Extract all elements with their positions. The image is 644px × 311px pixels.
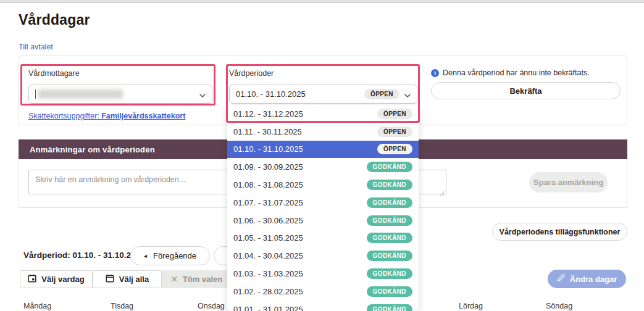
status-badge: GODKÄND xyxy=(367,180,412,190)
status-badge: GODKÄND xyxy=(367,304,412,311)
period-option[interactable]: 01.07. - 31.07.2025 GODKÄND xyxy=(227,194,419,212)
calendar-icon xyxy=(106,274,114,284)
weekday-header-saturday: Lördag xyxy=(459,302,483,310)
status-badge: GODKÄND xyxy=(367,268,412,279)
care-recipient-select[interactable] xyxy=(28,85,212,104)
vårddagar-page: Vårddagar Till avtalet Vårdmottagare Ska… xyxy=(0,0,644,311)
weekday-header-sunday: Söndag xyxy=(546,302,572,310)
period-option[interactable]: 01.02. - 28.02.2025 GODKÄND xyxy=(227,283,419,301)
chevron-down-icon xyxy=(404,89,411,100)
clear-selection-button[interactable]: ✕ Töm valen xyxy=(162,270,232,288)
page-title: Vårddagar xyxy=(19,12,90,28)
chevron-down-icon xyxy=(199,89,206,100)
edit-days-button[interactable]: Ändra dagar xyxy=(548,270,626,288)
period-option[interactable]: 01.04. - 30.04.2025 GODKÄND xyxy=(227,247,419,265)
status-badge: GODKÄND xyxy=(367,215,412,226)
weekday-header-wednesday: Onsdag xyxy=(198,302,225,310)
select-weekdays-button[interactable]: Välj vardag xyxy=(20,270,93,288)
care-recipient-label: Vårdmottagare xyxy=(28,69,80,78)
period-option[interactable]: 01.06. - 30.06.2025 GODKÄND xyxy=(227,212,419,230)
period-option[interactable]: 01.03. - 31.03.2025 GODKÄND xyxy=(227,265,419,283)
x-icon: ✕ xyxy=(171,275,178,284)
info-icon: i xyxy=(431,69,439,77)
status-badge: GODKÄND xyxy=(367,233,412,243)
back-to-agreement-link[interactable]: Till avtalet xyxy=(19,43,53,51)
save-remark-button[interactable]: Spara anmärkning xyxy=(529,172,608,193)
care-periods-label: Vårdperioder xyxy=(229,69,274,78)
text-cursor xyxy=(35,89,36,99)
status-badge: GODKÄND xyxy=(367,197,412,208)
period-option[interactable]: 01.12. - 31.12.2025 ÖPPEN xyxy=(227,105,419,123)
confirmation-info-text: Denna vårdperiod har ännu inte bekräftat… xyxy=(443,68,590,77)
previous-period-button[interactable]: ◂ Föregående xyxy=(130,246,210,265)
period-option[interactable]: 01.11. - 30.11.2025 ÖPPEN xyxy=(227,123,419,141)
weekday-header-monday: Måndag xyxy=(23,302,51,310)
select-all-button[interactable]: Välj alla xyxy=(93,270,162,288)
status-badge: GODKÄND xyxy=(367,251,412,261)
current-period-label: Vårdperiod: 01.10. - 31.10.2025 xyxy=(23,251,145,260)
top-toolbar-edge xyxy=(0,0,644,3)
selected-period-status-badge: ÖPPEN xyxy=(364,89,399,99)
left-triangle-icon: ◂ xyxy=(144,252,147,259)
care-periods-select[interactable]: 01.10. - 31.10.2025 ÖPPEN xyxy=(229,85,417,104)
confirmation-info: i Denna vårdperiod har ännu inte bekräft… xyxy=(431,68,590,77)
period-option[interactable]: 01.08. - 31.08.2025 GODKÄND xyxy=(227,176,419,194)
period-option-selected[interactable]: 01.10. - 31.10.2025 ÖPPEN xyxy=(227,141,419,159)
tax-card-link[interactable]: Skattekortsuppgifter: Familjevårdsskatte… xyxy=(28,112,185,120)
status-badge: ÖPPEN xyxy=(377,126,412,137)
period-option[interactable]: 01.09. - 30.09.2025 GODKÄND xyxy=(227,158,419,176)
status-badge: GODKÄND xyxy=(367,162,412,172)
period-extras-button[interactable]: Vårdperiodens tilläggsfunktioner xyxy=(492,223,627,241)
confirm-button[interactable]: Bekräfta xyxy=(431,82,621,99)
care-recipient-value-redacted xyxy=(38,89,123,99)
care-periods-dropdown-menu: 01.12. - 31.12.2025 ÖPPEN 01.11. - 30.11… xyxy=(227,105,419,311)
status-badge: ÖPPEN xyxy=(377,144,412,154)
status-badge: ÖPPEN xyxy=(377,109,412,119)
status-badge: GODKÄND xyxy=(367,286,412,297)
calendar-dot-icon xyxy=(28,274,36,284)
selected-period-range: 01.10. - 31.10.2025 xyxy=(236,89,306,99)
period-option[interactable]: 01.05. - 31.05.2025 GODKÄND xyxy=(227,230,419,247)
pencil-icon xyxy=(557,274,565,284)
period-option[interactable]: 01.01. - 31.01.2025 GODKÄND xyxy=(227,301,419,311)
weekday-header-tuesday: Tisdag xyxy=(111,302,133,310)
remarks-header-title: Anmärkningar om vårdperioden xyxy=(30,145,155,154)
